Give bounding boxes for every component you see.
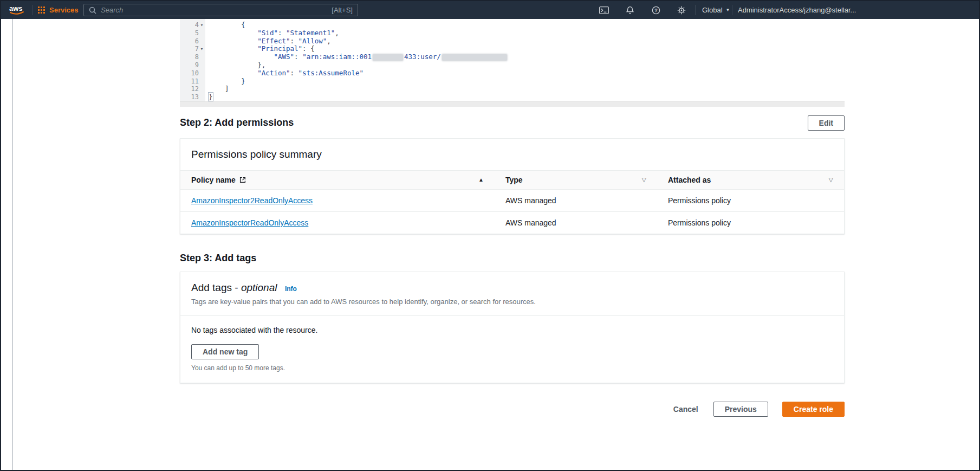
policy-name-link[interactable]: AmazonInspectorReadOnlyAccess	[191, 218, 308, 227]
account-label: AdministratorAccess/jzhang@stellar...	[738, 6, 856, 14]
policy-type-cell: AWS managed	[495, 190, 657, 211]
trust-policy-editor[interactable]: 4▾567▾8910111213 { "Sid": "Statement1", …	[180, 19, 845, 107]
json-punctuation: :	[278, 29, 286, 37]
svg-text:aws: aws	[9, 4, 23, 12]
notifications-button[interactable]	[623, 1, 637, 19]
json-punctuation: }	[209, 93, 213, 101]
json-punctuation: :	[290, 37, 298, 45]
json-punctuation: }	[209, 77, 245, 85]
line-number: 6	[195, 37, 199, 46]
code-line[interactable]: {	[209, 21, 845, 29]
line-number: 7	[195, 45, 199, 53]
add-tags-card-title: Add tags - optional	[191, 282, 277, 293]
services-label: Services	[49, 6, 79, 14]
json-punctuation: },	[209, 61, 265, 69]
line-number: 5	[195, 29, 199, 37]
account-menu[interactable]: AdministratorAccess/jzhang@stellar...	[738, 1, 856, 19]
code-line[interactable]: },	[209, 61, 845, 69]
line-number: 12	[191, 85, 199, 93]
code-line[interactable]: "Sid": "Statement1",	[209, 29, 845, 37]
filter-icon[interactable]: ▽	[642, 176, 646, 183]
json-string: 433:user/	[404, 53, 441, 61]
code-line[interactable]: }	[209, 93, 845, 101]
policy-type-cell: AWS managed	[495, 212, 657, 234]
redacted-value	[442, 54, 507, 61]
add-tags-card: Add tags - optional Info Tags are key-va…	[180, 272, 845, 383]
external-link-icon	[239, 177, 246, 183]
editor-horizontal-scrollbar[interactable]	[180, 101, 845, 107]
code-line[interactable]: ]	[209, 85, 845, 93]
svg-text:?: ?	[654, 8, 658, 13]
line-number: 4	[195, 21, 199, 29]
json-string: "Sid"	[257, 29, 278, 37]
top-navigation-bar: aws Services [Alt+S]	[1, 1, 979, 19]
line-number: 8	[195, 53, 199, 61]
edit-permissions-button[interactable]: Edit	[808, 115, 845, 131]
settings-button[interactable]	[674, 1, 689, 19]
json-punctuation: :	[294, 53, 302, 61]
line-number: 11	[191, 78, 199, 86]
aws-console-window: aws Services [Alt+S]	[0, 0, 980, 471]
filter-icon[interactable]: ▽	[829, 176, 833, 183]
region-selector[interactable]: Global ▼	[702, 1, 730, 19]
json-punctuation	[209, 69, 257, 77]
code-line[interactable]: "Action": "sts:AssumeRole"	[209, 69, 845, 78]
line-number: 13	[191, 93, 199, 101]
topbar-divider	[32, 5, 33, 15]
code-fold-caret-icon[interactable]: ▾	[199, 45, 205, 53]
column-header-type[interactable]: Type ▽	[495, 171, 657, 189]
help-icon: ?	[652, 6, 660, 15]
json-punctuation	[209, 29, 257, 37]
redacted-value	[373, 54, 403, 61]
editor-code-area[interactable]: { "Sid": "Statement1", "Effect": "Allow"…	[205, 19, 845, 101]
json-punctuation	[209, 37, 257, 45]
add-new-tag-button[interactable]: Add new tag	[191, 344, 259, 359]
cancel-button[interactable]: Cancel	[672, 402, 699, 416]
sort-ascending-icon[interactable]: ▲	[478, 177, 484, 183]
step3-heading: Step 3: Add tags	[180, 253, 256, 264]
policy-name-link[interactable]: AmazonInspector2ReadOnlyAccess	[191, 196, 313, 205]
aws-logo[interactable]: aws	[9, 4, 28, 18]
search-input[interactable]	[101, 6, 327, 14]
json-string: "AWS"	[274, 53, 294, 61]
policy-attached-as-cell: Permissions policy	[657, 190, 844, 211]
policy-attached-as-cell: Permissions policy	[657, 212, 844, 234]
create-role-button[interactable]: Create role	[782, 402, 845, 417]
settings-gear-icon	[677, 6, 686, 15]
line-number: 9	[195, 61, 199, 69]
policy-table-row: AmazonInspector2ReadOnlyAccessAWS manage…	[180, 190, 844, 212]
cloudshell-button[interactable]	[597, 1, 611, 19]
services-menu-button[interactable]: Services	[38, 1, 79, 19]
code-line[interactable]: }	[209, 78, 845, 86]
notifications-bell-icon	[626, 6, 634, 15]
code-line[interactable]: "Principal": {	[209, 45, 845, 53]
json-string: "Statement1"	[286, 29, 335, 37]
code-fold-caret-icon[interactable]: ▾	[199, 21, 205, 29]
search-icon	[89, 7, 96, 14]
search-bar[interactable]: [Alt+S]	[83, 4, 358, 16]
services-grid-icon	[38, 7, 45, 14]
json-punctuation: ,	[327, 37, 331, 45]
tags-description: Tags are key-value pairs that you can ad…	[191, 298, 833, 306]
help-button[interactable]: ?	[649, 1, 663, 19]
json-punctuation	[209, 44, 257, 53]
policy-name-column-label: Policy name	[191, 176, 236, 184]
column-header-attached-as[interactable]: Attached as ▽	[657, 171, 844, 189]
editor-gutter: 4▾567▾8910111213	[180, 19, 205, 101]
json-string: "sts:AssumeRole"	[298, 69, 364, 77]
code-line[interactable]: "AWS": "arn:aws:iam::001433:user/	[209, 53, 845, 61]
info-link[interactable]: Info	[285, 285, 297, 293]
topbar-divider	[695, 5, 696, 15]
json-punctuation: : {	[302, 44, 315, 53]
json-string: "Effect"	[257, 37, 290, 45]
previous-button[interactable]: Previous	[713, 402, 768, 417]
permissions-card-title: Permissions policy summary	[191, 149, 322, 160]
step2-heading: Step 2: Add permissions	[180, 117, 294, 128]
code-line[interactable]: "Effect": "Allow",	[209, 37, 845, 46]
aws-logo-icon: aws	[9, 4, 28, 16]
main-content: 4▾567▾8910111213 { "Sid": "Statement1", …	[180, 19, 845, 433]
region-label: Global	[702, 6, 723, 14]
column-header-policy-name[interactable]: Policy name ▲	[180, 171, 495, 189]
json-string: "Action"	[257, 69, 290, 77]
line-number: 10	[191, 69, 199, 78]
